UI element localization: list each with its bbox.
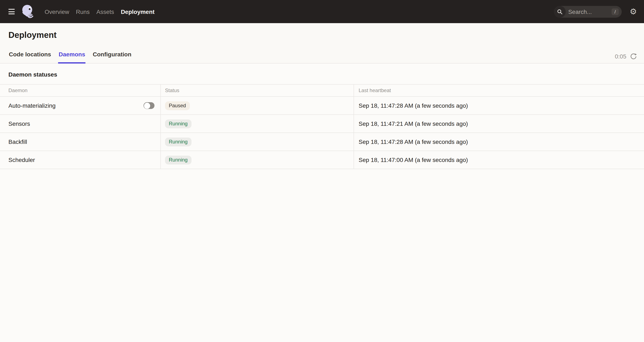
status-badge: Running <box>165 155 191 164</box>
search-box[interactable]: / <box>554 6 622 17</box>
status-badge: Paused <box>165 101 190 110</box>
toggle-knob <box>144 102 150 109</box>
nav-link-deployment[interactable]: Deployment <box>121 8 154 15</box>
dagster-logo-icon <box>22 4 36 19</box>
topnav-right-cluster: / ⚙ <box>554 6 637 17</box>
nav-link-overview[interactable]: Overview <box>44 8 69 15</box>
daemon-name: Auto-materializing <box>8 102 56 109</box>
tab-code-locations[interactable]: Code locations <box>8 48 52 63</box>
daemon-name: Backfill <box>8 138 27 145</box>
daemon-name: Sensors <box>8 120 30 127</box>
column-header-daemon: Daemon <box>0 84 161 97</box>
refresh-area: 0:05 <box>615 53 637 60</box>
search-icon <box>554 6 566 17</box>
tab-daemons[interactable]: Daemons <box>58 48 86 63</box>
last-heartbeat: Sep 18, 11:47:00 AM (a few seconds ago) <box>354 151 644 169</box>
daemon-toggle[interactable] <box>144 102 154 109</box>
last-heartbeat: Sep 18, 11:47:28 AM (a few seconds ago) <box>354 97 644 115</box>
table-row: Backfill Running Sep 18, 11:47:28 AM (a … <box>0 133 644 151</box>
table-row: Scheduler Running Sep 18, 11:47:00 AM (a… <box>0 151 644 169</box>
daemon-status-table: Daemon Status Last heartbeat Auto-materi… <box>0 84 644 169</box>
daemon-name: Scheduler <box>8 156 35 163</box>
table-row: Auto-materializing Paused Sep 18, 11:47:… <box>0 97 644 115</box>
status-badge: Running <box>165 137 191 146</box>
search-input[interactable] <box>566 8 612 15</box>
last-heartbeat: Sep 18, 11:47:28 AM (a few seconds ago) <box>354 133 644 151</box>
status-badge: Running <box>165 119 191 128</box>
nav-link-runs[interactable]: Runs <box>76 8 90 15</box>
page-header: Deployment Code locations Daemons Config… <box>0 23 644 63</box>
table-row: Sensors Running Sep 18, 11:47:21 AM (a f… <box>0 115 644 133</box>
slash-shortcut-badge: / <box>612 8 619 15</box>
refresh-icon[interactable] <box>630 53 637 60</box>
column-header-last-heartbeat: Last heartbeat <box>354 84 644 97</box>
app-window: Overview Runs Assets Deployment / ⚙ Depl… <box>0 0 644 342</box>
page-title: Deployment <box>0 23 644 40</box>
last-heartbeat: Sep 18, 11:47:21 AM (a few seconds ago) <box>354 115 644 133</box>
table-header-row: Daemon Status Last heartbeat <box>0 84 644 97</box>
nav-link-assets[interactable]: Assets <box>96 8 114 15</box>
column-header-status: Status <box>161 84 354 97</box>
tab-configuration[interactable]: Configuration <box>92 48 132 63</box>
nav-links: Overview Runs Assets Deployment <box>44 8 154 15</box>
refresh-countdown: 0:05 <box>615 53 626 60</box>
section-heading: Daemon statuses <box>0 63 644 84</box>
hamburger-menu-icon[interactable] <box>8 9 15 14</box>
tab-bar: Code locations Daemons Configuration <box>8 48 132 63</box>
table-body: Auto-materializing Paused Sep 18, 11:47:… <box>0 97 644 169</box>
top-navigation-bar: Overview Runs Assets Deployment / ⚙ <box>0 0 644 23</box>
gear-icon[interactable]: ⚙ <box>630 7 637 15</box>
